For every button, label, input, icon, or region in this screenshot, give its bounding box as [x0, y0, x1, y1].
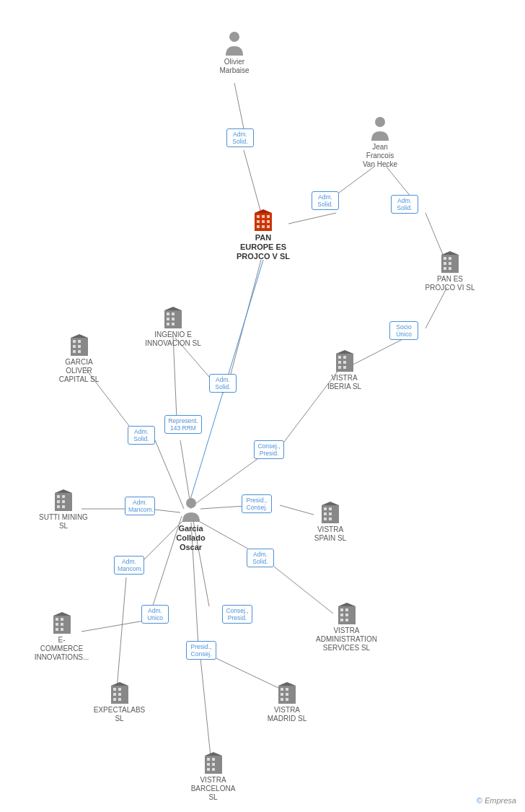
svg-rect-111	[118, 688, 121, 691]
svg-rect-62	[172, 313, 175, 315]
svg-rect-42	[267, 225, 270, 228]
svg-rect-122	[281, 698, 283, 701]
svg-line-6	[231, 260, 261, 374]
node-vistra-admin: VISTRAADMINISTRATIONSERVICES SL	[316, 603, 377, 652]
badge-adm-solid-12: Adm.Solid.	[247, 549, 274, 567]
svg-rect-39	[267, 220, 270, 223]
svg-rect-130	[207, 768, 210, 771]
svg-rect-71	[73, 345, 76, 348]
svg-rect-115	[118, 698, 121, 701]
svg-rect-95	[345, 608, 348, 611]
svg-rect-34	[257, 215, 260, 218]
building-icon-vistra-admin	[337, 603, 357, 624]
svg-rect-86	[324, 507, 327, 510]
building-icon-vistra-iberia	[335, 350, 355, 372]
label-pan-v: PANEUROPE ESPROJCO V SL	[237, 233, 290, 262]
label-vistra-madrid: VISTRAMADRID SL	[268, 706, 306, 723]
svg-marker-51	[441, 251, 459, 255]
person-icon-olivier	[224, 30, 245, 56]
node-ecommerce: E-COMMERCEINNOVATIONS...	[35, 612, 89, 662]
svg-rect-126	[207, 758, 210, 761]
node-ingenio: INGENIO EINNOVACION SL	[144, 307, 202, 348]
node-garcia-oliver: GARCIAOLIVERCAPITAL SL	[52, 334, 106, 384]
label-vistra-spain: VISTRASPAIN SL	[314, 525, 346, 543]
svg-marker-43	[255, 209, 272, 213]
svg-rect-121	[286, 693, 288, 696]
svg-rect-129	[212, 763, 215, 766]
badge-adm-mancom-9: Adm.Mancom.	[125, 497, 155, 515]
svg-rect-110	[113, 688, 116, 691]
person-icon-jean	[369, 115, 391, 141]
svg-rect-113	[118, 693, 121, 696]
svg-rect-99	[345, 619, 348, 621]
watermark: © Empresa	[477, 796, 516, 805]
svg-rect-123	[286, 698, 288, 701]
building-icon-sutti	[53, 489, 74, 511]
svg-rect-50	[449, 267, 451, 270]
svg-rect-36	[267, 215, 270, 218]
label-jean: JeanFrancoisVan Hecke	[363, 143, 397, 169]
svg-line-23	[81, 621, 144, 632]
svg-rect-127	[212, 758, 215, 761]
svg-rect-104	[56, 623, 58, 626]
badge-represent: Represent.143 RRM	[164, 415, 202, 434]
copyright-symbol: ©	[477, 796, 482, 805]
svg-marker-116	[111, 682, 128, 686]
svg-rect-66	[172, 323, 175, 326]
node-jean: JeanFrancoisVan Hecke	[355, 115, 405, 169]
building-icon-ingenio	[163, 307, 183, 328]
svg-rect-58	[343, 366, 346, 369]
svg-rect-102	[56, 618, 58, 621]
svg-marker-108	[53, 612, 71, 616]
label-pan-vi: PAN ESPROJCO VI SL	[425, 275, 475, 292]
building-icon-vistra-spain	[320, 502, 340, 523]
svg-rect-41	[262, 225, 265, 228]
node-vistra-spain: VISTRASPAIN SL	[304, 502, 356, 543]
person-icon-garcia	[180, 497, 202, 522]
svg-point-31	[229, 32, 239, 42]
svg-rect-97	[345, 614, 348, 616]
svg-rect-105	[61, 623, 63, 626]
svg-rect-91	[329, 518, 332, 520]
label-vistra-barcelona: VISTRABARCELONASL	[191, 776, 236, 802]
badge-adm-mancom-11: Adm.Mancom.	[114, 556, 144, 575]
badge-adm-solid-5: Adm.Solid.	[209, 374, 237, 393]
svg-rect-120	[281, 693, 283, 696]
svg-rect-106	[56, 628, 58, 631]
svg-line-29	[200, 658, 211, 756]
svg-rect-46	[449, 257, 451, 260]
svg-rect-35	[262, 215, 265, 218]
svg-rect-89	[329, 512, 332, 515]
svg-point-76	[186, 498, 196, 508]
svg-line-1	[244, 150, 261, 213]
svg-rect-54	[343, 356, 346, 359]
svg-line-4	[386, 166, 411, 197]
building-icon-pan-vi	[440, 251, 460, 273]
badge-adm-solid-7: Adm.Solid.	[128, 426, 155, 445]
badge-adm-solid-3: Adm.Solid.	[391, 195, 418, 214]
svg-marker-59	[336, 350, 353, 354]
svg-rect-87	[329, 507, 332, 510]
svg-rect-38	[262, 220, 265, 223]
svg-point-32	[375, 117, 385, 127]
badge-adm-solid-2: Adm.Solid.	[312, 191, 339, 210]
svg-rect-45	[444, 257, 446, 260]
svg-rect-64	[172, 318, 175, 320]
svg-rect-114	[113, 698, 116, 701]
badge-consej-presid-8: Consej.,Presid.	[254, 440, 284, 459]
svg-line-3	[288, 213, 336, 224]
svg-marker-84	[55, 489, 72, 493]
svg-rect-131	[212, 768, 215, 771]
svg-rect-90	[324, 518, 327, 520]
node-sutti-mining: SUTTI MINING SL	[38, 489, 89, 531]
node-olivier: OlivierMarbaise	[213, 30, 256, 75]
node-vistra-madrid: VISTRAMADRID SL	[261, 682, 313, 723]
main-canvas: OlivierMarbaise JeanFrancoisVan Hecke PA…	[0, 0, 525, 812]
svg-marker-67	[164, 307, 182, 310]
svg-rect-70	[78, 340, 81, 343]
svg-marker-124	[278, 682, 296, 686]
svg-rect-83	[62, 505, 65, 508]
badge-adm-unico: Adm.Unico	[141, 605, 169, 624]
building-icon-ecommerce	[52, 612, 72, 634]
svg-line-0	[234, 83, 244, 128]
